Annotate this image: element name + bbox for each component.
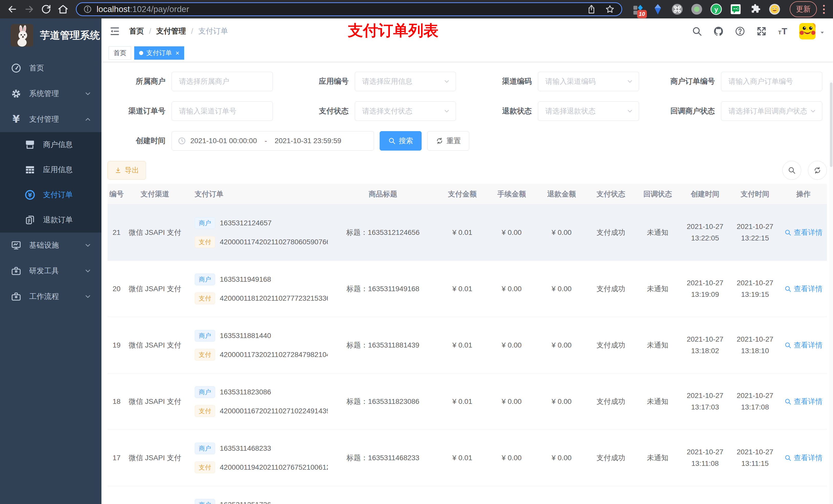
merchant-order-no: 1635311881440 [220,332,271,340]
header-search-icon[interactable] [692,26,703,37]
fullscreen-icon[interactable] [756,26,767,37]
order-id-cell: 21 [108,205,125,261]
create-time-cell: 2021-10-2713:17:03 [680,374,730,430]
fee-amount-cell: ¥ 0.00 [487,205,537,261]
view-detail-link[interactable]: 查看详情 [784,453,823,463]
refresh-table-button[interactable] [808,161,827,180]
sidebar-item-app-info[interactable]: 应用信息 [0,157,101,182]
sidebar-item-merchant-info[interactable]: 商户信息 [0,132,101,157]
app-select[interactable] [355,72,456,91]
sidebar-item-pay-order[interactable]: ¥ 支付订单 [0,182,101,208]
channel-order-no: 4200001181202110277723215336 [220,294,328,303]
table-row: 商户 1635311351736 支付 查看详情 [108,486,827,504]
column-header: 支付订单 [185,184,328,204]
merchant-order-no-input[interactable] [721,72,822,91]
toolbox-icon [11,266,22,276]
user-menu[interactable] [799,23,825,40]
tab-pay-order[interactable]: 支付订单 × [134,46,184,60]
chevron-down-icon [84,267,92,275]
channel-order-no-input[interactable] [172,101,273,121]
view-detail-link[interactable]: 查看详情 [784,340,823,350]
sidebar-item-system[interactable]: 系统管理 [0,81,101,106]
refund-status-select[interactable] [538,101,639,121]
sidebar-item-home[interactable]: 首页 [0,55,101,81]
shop-icon [25,139,35,150]
notify-status-select[interactable] [721,101,822,121]
date-range-picker[interactable]: 2021-10-01 00:00:00 - 2021-10-31 23:59:5… [172,131,374,150]
pay-amount-cell: ¥ 0.01 [438,374,487,430]
breadcrumb-pay[interactable]: 支付管理 [156,26,186,37]
browser-reload-icon[interactable] [41,4,52,15]
sidebar-fold-icon[interactable] [109,26,120,37]
font-size-icon[interactable]: TT [778,26,788,37]
view-detail-link[interactable]: 查看详情 [784,397,823,406]
sidebar-item-workflow[interactable]: 工作流程 [0,284,101,309]
help-icon[interactable] [735,26,745,37]
scrollbar-track[interactable] [829,80,833,504]
sidebar-item-infra[interactable]: 基础设施 [0,233,101,258]
toggle-search-button[interactable] [782,161,801,180]
channel-code-select[interactable] [538,72,639,91]
share-icon[interactable] [587,4,596,14]
fee-amount-cell: ¥ 0.00 [487,261,537,317]
sidebar-item-pay[interactable]: ¥ 支付管理 [0,106,101,132]
document-icon [25,215,35,225]
merchant-order-no: 1635311823086 [220,388,271,396]
address-bar[interactable]: localhost:1024/pay/order [76,2,622,16]
export-button[interactable]: 导出 [108,161,146,179]
sidebar-item-dev-tools[interactable]: 研发工具 [0,258,101,284]
svg-text:T: T [782,26,787,36]
extension-command-icon[interactable] [671,3,683,15]
filter-refund-status: 退款状态 [474,101,639,121]
page-content: 所属商户 应用编号 渠道编码 [101,62,833,504]
pay-channel-cell: 微信 JSAPI 支付 [125,261,185,317]
extensions-puzzle-icon[interactable] [749,3,761,15]
breadcrumb-home[interactable]: 首页 [129,26,144,37]
create-time-cell: 2021-10-2713:11:08 [680,430,730,486]
sidebar-item-refund-order[interactable]: 退款订单 [0,208,101,233]
download-icon [115,167,122,174]
extension-emoji-icon[interactable] [769,3,781,15]
tab-close-icon[interactable]: × [175,50,179,56]
svg-text:¥: ¥ [28,192,32,198]
date-separator: - [265,137,267,145]
filter-pay-status: 支付状态 [291,101,456,121]
filter-channel-order-no: 渠道订单号 [108,101,273,121]
search-icon [784,229,791,236]
active-tab-dot [139,51,143,55]
url-text: localhost:1024/pay/order [97,4,189,14]
app-logo[interactable]: 芋道管理系统 [0,19,101,52]
browser-home-icon[interactable] [57,4,69,15]
product-title-cell: 标题：1635311881439 [328,317,438,373]
bookmark-star-icon[interactable] [605,4,615,14]
filter-label: 回调商户状态 [657,106,721,116]
extension-yuque-icon[interactable]: y [710,3,722,15]
extension-tabs-icon[interactable]: 10 [633,3,644,15]
merchant-select[interactable] [172,72,273,91]
create-time-cell: 2021-10-2713:19:09 [680,261,730,317]
pay-status-select[interactable] [355,101,456,121]
browser-menu-icon[interactable] [822,3,826,15]
search-button[interactable]: 搜索 [380,131,422,150]
browser-update-button[interactable]: 更新 [790,1,817,17]
gear-icon [11,88,22,99]
extension-gem-icon[interactable] [652,3,664,15]
filter-form: 所属商户 应用编号 渠道编码 [108,62,827,150]
reset-button[interactable]: 重置 [427,131,469,150]
pay-channel-cell: 微信 JSAPI 支付 [125,317,185,373]
channel-tag: 支付 [195,236,215,248]
github-icon[interactable] [713,26,724,37]
extension-chat-icon[interactable] [730,3,742,15]
extension-recorder-icon[interactable] [691,3,703,15]
browser-forward-icon[interactable] [24,4,35,15]
filter-label: 创建时间 [108,136,172,146]
product-title-cell: 标题：1635312124656 [328,205,438,261]
tab-home[interactable]: 首页 [109,46,131,60]
filter-create-time: 创建时间 2021-10-01 00:00:00 - 2021-10-31 23… [108,131,827,150]
view-detail-link[interactable]: 查看详情 [784,228,823,237]
svg-text:T: T [778,29,782,35]
view-detail-link[interactable]: 查看详情 [784,284,823,294]
browser-back-icon[interactable] [7,4,18,15]
scrollbar-thumb[interactable] [830,82,832,167]
site-info-icon[interactable] [83,5,92,14]
